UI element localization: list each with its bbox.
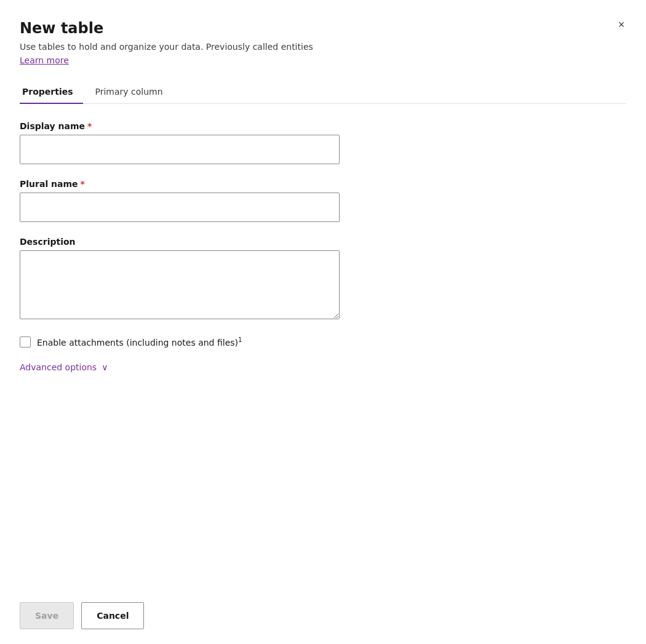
display-name-input[interactable] — [20, 135, 340, 164]
dialog-footer: Save Cancel — [20, 590, 626, 644]
tab-properties[interactable]: Properties — [20, 81, 83, 104]
learn-more-link[interactable]: Learn more — [20, 55, 69, 65]
tab-bar: Properties Primary column — [20, 81, 626, 104]
close-button[interactable]: × — [612, 15, 631, 34]
display-name-label: Display name * — [20, 121, 626, 131]
enable-attachments-row: Enable attachments (including notes and … — [20, 336, 626, 348]
dialog-header: New table Use tables to hold and organiz… — [20, 20, 626, 66]
cancel-button[interactable]: Cancel — [81, 602, 144, 629]
dialog-subtitle: Use tables to hold and organize your dat… — [20, 42, 626, 52]
plural-name-input[interactable] — [20, 193, 340, 222]
plural-name-required: * — [81, 179, 85, 189]
enable-attachments-label: Enable attachments (including notes and … — [37, 336, 242, 348]
display-name-group: Display name * — [20, 121, 626, 164]
description-label: Description — [20, 237, 626, 247]
display-name-required: * — [87, 121, 92, 131]
new-table-dialog: × New table Use tables to hold and organ… — [0, 0, 646, 644]
description-input[interactable] — [20, 250, 340, 319]
advanced-options-label: Advanced options — [20, 362, 97, 372]
plural-name-label: Plural name * — [20, 179, 626, 189]
tab-primary-column[interactable]: Primary column — [93, 81, 173, 104]
enable-attachments-checkbox[interactable] — [20, 336, 31, 348]
plural-name-group: Plural name * — [20, 179, 626, 222]
chevron-down-icon: ∨ — [102, 362, 108, 372]
save-button[interactable]: Save — [20, 602, 74, 629]
attachments-superscript: 1 — [238, 336, 242, 343]
dialog-title: New table — [20, 20, 626, 37]
description-group: Description — [20, 237, 626, 322]
advanced-options-toggle[interactable]: Advanced options ∨ — [20, 362, 626, 372]
spacer — [20, 392, 626, 590]
